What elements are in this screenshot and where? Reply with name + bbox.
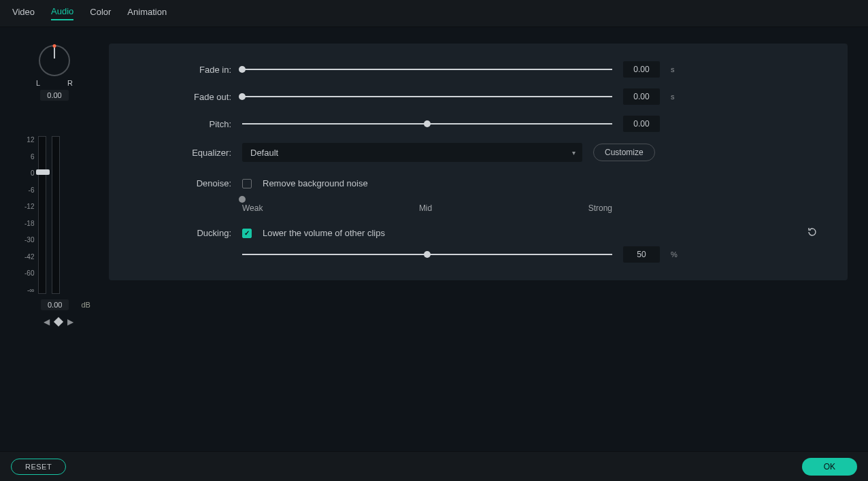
keyframe-add-icon[interactable]	[54, 317, 63, 327]
denoise-label: Denoise:	[109, 178, 242, 188]
meter-tick: -6	[24, 186, 34, 194]
volume-meter: 12 6 0 -6 -12 -18 -30 -42 -60 -∞	[24, 136, 60, 294]
tab-color[interactable]: Color	[90, 7, 111, 20]
fadein-value[interactable]: 0.00	[623, 61, 660, 78]
customize-button[interactable]: Customize	[593, 144, 655, 161]
pitch-slider[interactable]	[242, 123, 612, 125]
meter-bar-left	[38, 136, 46, 294]
ducking-slider[interactable]	[242, 254, 612, 255]
denoise-checkbox[interactable]	[242, 179, 252, 188]
keyframe-next-icon[interactable]: ▶	[67, 317, 73, 327]
pitch-label: Pitch:	[109, 119, 242, 129]
chevron-down-icon: ▾	[572, 149, 575, 156]
fadeout-slider-thumb[interactable]	[239, 93, 246, 100]
meter-tick: -42	[24, 253, 34, 261]
denoise-weak-label: Weak	[242, 203, 263, 213]
meter-tick: 0	[24, 169, 34, 177]
fadeout-label: Fade out:	[109, 92, 242, 102]
denoise-mid-label: Mid	[419, 203, 432, 213]
volume-slider-thumb[interactable]	[36, 169, 50, 175]
audio-controls: Fade in: 0.00 s Fade out: 0.00 s	[109, 44, 848, 280]
reset-icon[interactable]	[807, 227, 818, 239]
meter-tick: -12	[24, 203, 34, 210]
meter-tick: -∞	[24, 286, 34, 294]
tab-audio[interactable]: Audio	[51, 6, 73, 20]
tab-bar: Video Audio Color Animation	[0, 0, 868, 27]
equalizer-select[interactable]: Default ▾	[242, 143, 582, 162]
volume-unit: dB	[81, 301, 90, 309]
keyframe-prev-icon[interactable]: ◀	[44, 317, 50, 327]
meter-scale: 12 6 0 -6 -12 -18 -30 -42 -60 -∞	[24, 136, 34, 294]
fadeout-slider[interactable]	[242, 96, 612, 97]
meter-tick: -60	[24, 269, 34, 277]
fadeout-unit: s	[671, 93, 679, 101]
meter-tick: 6	[24, 153, 34, 161]
equalizer-selected: Default	[250, 148, 278, 158]
pan-control: L R 0.00	[0, 45, 109, 101]
pan-line-icon	[54, 48, 55, 59]
left-panel: L R 0.00 12 6 0 -6 -12 -18 -30 -42 -60 -…	[0, 27, 109, 451]
keyframe-nav: ◀ ▶	[44, 317, 73, 327]
pan-r-label: R	[67, 79, 73, 87]
fadein-label: Fade in:	[109, 65, 242, 75]
pitch-value[interactable]: 0.00	[623, 116, 660, 132]
fadein-slider[interactable]	[242, 69, 612, 70]
pan-knob[interactable]	[39, 45, 70, 76]
right-panel: Fade in: 0.00 s Fade out: 0.00 s	[109, 27, 868, 451]
ducking-checkbox[interactable]: ✓	[242, 229, 252, 238]
meter-tick: -18	[24, 220, 34, 227]
pitch-slider-thumb[interactable]	[424, 120, 431, 127]
main-area: L R 0.00 12 6 0 -6 -12 -18 -30 -42 -60 -…	[0, 27, 868, 451]
pan-lr-labels: L R	[36, 79, 73, 87]
reset-button[interactable]: RESET	[11, 459, 66, 475]
volume-value[interactable]: 0.00	[41, 299, 69, 310]
ducking-label: Ducking:	[109, 228, 242, 238]
ducking-checkbox-label: Lower the volume of other clips	[263, 228, 385, 238]
ducking-value[interactable]: 50	[623, 246, 660, 263]
meter-tick: -30	[24, 236, 34, 244]
meter-bar-right	[52, 136, 60, 294]
meter-tick: 12	[24, 136, 34, 144]
footer: RESET OK	[0, 451, 868, 481]
ducking-slider-thumb[interactable]	[424, 251, 431, 258]
fadein-unit: s	[671, 65, 679, 73]
equalizer-label: Equalizer:	[109, 148, 242, 158]
ok-button[interactable]: OK	[802, 458, 857, 476]
fadeout-value[interactable]: 0.00	[623, 88, 660, 105]
pan-l-label: L	[36, 79, 40, 87]
fadein-slider-thumb[interactable]	[239, 66, 246, 73]
tab-animation[interactable]: Animation	[127, 7, 167, 20]
denoise-checkbox-label: Remove background noise	[263, 178, 368, 188]
ducking-unit: %	[671, 250, 679, 259]
denoise-slider-thumb[interactable]	[239, 196, 246, 203]
denoise-strong-label: Strong	[588, 203, 612, 213]
meter-bars	[38, 136, 60, 294]
tab-video[interactable]: Video	[12, 7, 35, 20]
pan-value[interactable]: 0.00	[40, 90, 68, 101]
